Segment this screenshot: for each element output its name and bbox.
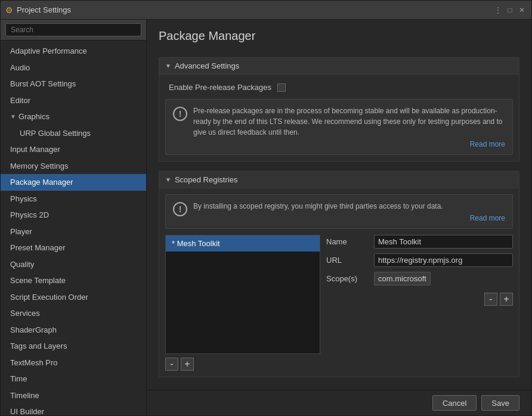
sidebar-item-tags[interactable]: Tags and Layers	[1, 338, 146, 355]
sidebar-list: Adaptive Performance Audio Burst AOT Set…	[1, 41, 146, 415]
registry-list: * Mesh Toolkit	[165, 235, 320, 354]
title-bar-left: ⚙ Project Settings	[5, 5, 71, 15]
advanced-settings-header[interactable]: ▼ Advanced Settings	[159, 58, 519, 74]
footer: Cancel Save	[147, 390, 531, 415]
scoped-info-text: By installing a scoped registry, you mig…	[193, 201, 505, 222]
sidebar-item-time[interactable]: Time	[1, 371, 146, 387]
graphics-arrow-icon: ▼	[10, 112, 16, 121]
sidebar-item-graphics[interactable]: ▼ Graphics	[1, 108, 146, 125]
sidebar-item-timeline[interactable]: Timeline	[1, 387, 146, 404]
settings-icon: ⚙	[5, 5, 13, 15]
pre-release-checkbox[interactable]	[277, 83, 286, 92]
sidebar-item-physics2d[interactable]: Physics 2D	[1, 207, 146, 223]
scopes-field-row: Scope(s) com.microsoft	[326, 272, 513, 285]
name-field-label: Name	[326, 237, 368, 246]
sidebar-item-script-exec[interactable]: Script Execution Order	[1, 289, 146, 306]
sidebar-item-urp[interactable]: URP Global Settings	[1, 125, 146, 142]
scopes-field-value: com.microsoft	[374, 272, 431, 285]
sidebar-item-adaptive-performance[interactable]: Adaptive Performance	[1, 43, 146, 60]
cancel-button[interactable]: Cancel	[432, 395, 477, 411]
sidebar-item-burst[interactable]: Burst AOT Settings	[1, 76, 146, 92]
scoped-registries-header[interactable]: ▼ Scoped Registries	[159, 172, 519, 188]
scoped-info-icon: !	[173, 202, 187, 216]
maximize-button[interactable]: □	[505, 5, 515, 15]
sidebar-item-preset[interactable]: Preset Manager	[1, 240, 146, 256]
advanced-settings-body: Enable Pre-release Packages ! Pre-releas…	[159, 74, 519, 161]
main-content-area: Package Manager ▼ Advanced Settings Enab…	[147, 20, 531, 390]
name-field-input[interactable]	[374, 235, 513, 249]
scoped-info-description: By installing a scoped registry, you mig…	[193, 201, 505, 212]
registry-list-item-mesh-toolkit[interactable]: * Mesh Toolkit	[166, 235, 320, 252]
close-button[interactable]: ✕	[517, 5, 527, 15]
save-button[interactable]: Save	[481, 395, 519, 411]
advanced-read-more[interactable]: Read more	[193, 140, 505, 148]
title-bar: ⚙ Project Settings ⋮ □ ✕	[1, 1, 531, 20]
sidebar-item-memory[interactable]: Memory Settings	[1, 158, 146, 175]
project-settings-window: ⚙ Project Settings ⋮ □ ✕ Adaptive Perfor…	[0, 0, 532, 416]
sidebar-item-audio[interactable]: Audio	[1, 60, 146, 76]
pre-release-label: Enable Pre-release Packages	[169, 83, 271, 92]
scoped-registries-title: Scoped Registries	[175, 175, 238, 184]
sidebar-item-quality[interactable]: Quality	[1, 256, 146, 273]
registry-list-panel: * Mesh Toolkit - +	[165, 235, 320, 371]
registry-list-btn-row: - +	[165, 354, 320, 371]
sidebar-item-ui-builder[interactable]: UI Builder	[1, 403, 146, 415]
scope-remove-button[interactable]: -	[484, 293, 497, 306]
scoped-read-more[interactable]: Read more	[193, 214, 505, 222]
content-area: Adaptive Performance Audio Burst AOT Set…	[1, 20, 531, 415]
sidebar-item-physics[interactable]: Physics	[1, 191, 146, 207]
advanced-settings-section: ▼ Advanced Settings Enable Pre-release P…	[159, 57, 519, 162]
title-bar-controls: ⋮ □ ✕	[493, 5, 527, 15]
scoped-info-box: ! By installing a scoped registry, you m…	[165, 194, 513, 229]
sidebar-item-input[interactable]: Input Manager	[1, 141, 146, 158]
registry-remove-button[interactable]: -	[165, 358, 178, 371]
registry-details: Name URL Scope(s) com.microsoft	[326, 235, 513, 371]
search-input[interactable]	[5, 23, 141, 36]
pre-release-toggle-row: Enable Pre-release Packages	[165, 80, 513, 94]
page-title: Package Manager	[159, 29, 519, 43]
sidebar-item-textmesh[interactable]: TextMesh Pro	[1, 355, 146, 371]
registry-add-button[interactable]: +	[181, 358, 194, 371]
advanced-info-description: Pre-release packages are in the process …	[193, 105, 505, 138]
scoped-registries-arrow-icon: ▼	[165, 176, 171, 183]
sidebar-item-shadergraph[interactable]: ShaderGraph	[1, 322, 146, 339]
scoped-registries-section: ▼ Scoped Registries ! By installing a sc…	[159, 171, 519, 377]
sidebar-item-player[interactable]: Player	[1, 223, 146, 240]
sidebar-item-editor[interactable]: Editor	[1, 92, 146, 109]
url-field-label: URL	[326, 256, 368, 265]
advanced-info-icon: !	[173, 107, 187, 121]
sidebar-item-scene-template[interactable]: Scene Template	[1, 272, 146, 289]
window-title: Project Settings	[17, 5, 71, 14]
scope-btn-row: - +	[326, 290, 513, 306]
scoped-registries-body: ! By installing a scoped registry, you m…	[159, 188, 519, 377]
registry-row: * Mesh Toolkit - + Name	[165, 235, 513, 371]
sidebar: Adaptive Performance Audio Burst AOT Set…	[1, 20, 147, 415]
sidebar-item-services[interactable]: Services	[1, 305, 146, 322]
sidebar-search-area	[1, 20, 146, 41]
name-field-row: Name	[326, 235, 513, 249]
sidebar-item-package-manager[interactable]: Package Manager	[1, 174, 146, 191]
advanced-info-text: Pre-release packages are in the process …	[193, 105, 505, 148]
advanced-settings-arrow-icon: ▼	[165, 63, 171, 69]
menu-button[interactable]: ⋮	[493, 5, 503, 15]
scopes-field-label: Scope(s)	[326, 274, 368, 283]
url-field-row: URL	[326, 253, 513, 267]
scope-add-button[interactable]: +	[500, 293, 513, 306]
advanced-info-box: ! Pre-release packages are in the proces…	[165, 99, 513, 155]
url-field-input[interactable]	[374, 253, 513, 267]
advanced-settings-title: Advanced Settings	[175, 61, 239, 70]
main-panel: Package Manager ▼ Advanced Settings Enab…	[147, 20, 531, 415]
